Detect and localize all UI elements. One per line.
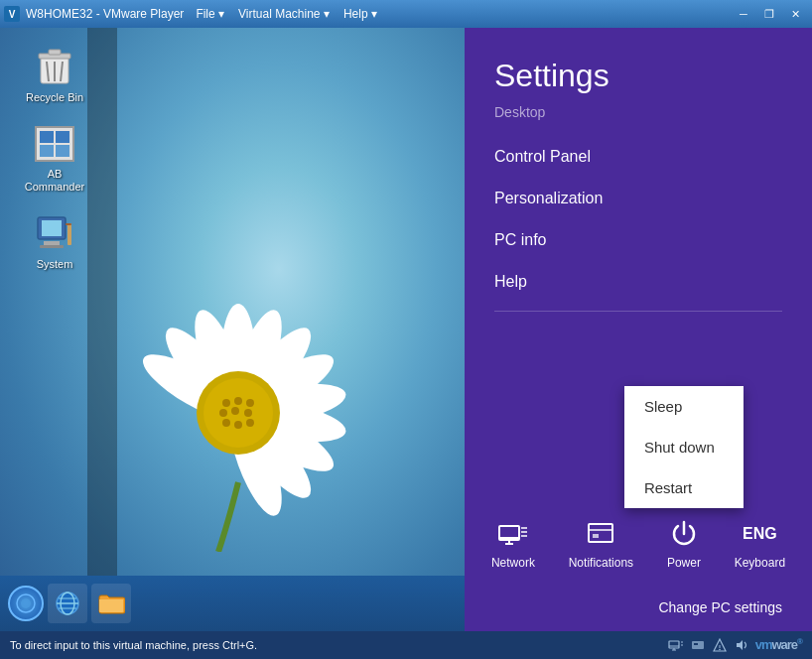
sleep-option[interactable]: Sleep: [624, 386, 744, 427]
keyboard-icon: ENG: [744, 518, 775, 550]
settings-pc-info[interactable]: PC info: [465, 219, 812, 261]
svg-rect-61: [694, 643, 698, 645]
charm-sidebar: [87, 28, 117, 631]
restore-button[interactable]: ❐: [756, 4, 782, 24]
desktop[interactable]: Recycle Bin ABCommander: [0, 28, 465, 631]
network-label: Network: [491, 556, 535, 570]
svg-rect-36: [66, 223, 71, 225]
title-bar: V W8HOME32 - VMware Player File ▾ Virtua…: [0, 0, 812, 28]
svg-rect-27: [49, 50, 61, 55]
network-icon-item[interactable]: Network: [479, 510, 547, 578]
svg-rect-32: [42, 220, 62, 236]
svg-point-19: [219, 409, 227, 417]
svg-rect-54: [669, 641, 679, 648]
svg-point-22: [222, 419, 230, 427]
change-pc-settings[interactable]: Change PC settings: [465, 584, 812, 631]
keyboard-lang-label: ENG: [743, 525, 777, 543]
settings-control-panel[interactable]: Control Panel: [465, 136, 812, 178]
power-label: Power: [667, 556, 701, 570]
svg-point-20: [231, 407, 239, 415]
desktop-icons-area: Recycle Bin ABCommander: [20, 48, 89, 271]
svg-point-18: [246, 399, 254, 407]
svg-rect-35: [68, 223, 71, 245]
tray-icon-2[interactable]: [688, 635, 708, 655]
menu-file[interactable]: File ▾: [190, 5, 230, 23]
svg-text:V: V: [9, 9, 16, 20]
notifications-icon-item[interactable]: Notifications: [557, 510, 645, 578]
keyboard-label: Keyboard: [735, 556, 785, 570]
vmware-logo: vmware®: [755, 637, 802, 652]
power-icon: [668, 518, 700, 550]
notifications-icon: [585, 518, 616, 550]
menu-virtual-machine[interactable]: Virtual Machine ▾: [232, 5, 336, 23]
settings-help[interactable]: Help: [465, 261, 812, 303]
close-button[interactable]: ✕: [782, 4, 808, 24]
tray-icon-3[interactable]: [710, 635, 730, 655]
window-title: W8HOME32 - VMware Player: [26, 7, 184, 21]
menu-bar: File ▾ Virtual Machine ▾ Help ▾: [190, 5, 383, 23]
notifications-label: Notifications: [569, 556, 633, 570]
menu-help[interactable]: Help ▾: [338, 5, 383, 23]
recycle-bin-label: Recycle Bin: [26, 91, 83, 104]
taskbar-ie-button[interactable]: [48, 584, 87, 623]
system-icon[interactable]: System: [20, 214, 89, 271]
shutdown-option[interactable]: Shut down: [624, 427, 744, 467]
settings-section-label: Desktop: [465, 104, 812, 136]
app-icon: V: [4, 6, 20, 22]
svg-rect-53: [593, 534, 599, 538]
keyboard-icon-item[interactable]: ENG Keyboard: [723, 510, 797, 578]
svg-rect-51: [589, 524, 612, 542]
status-bar: To direct input to this virtual machine,…: [0, 631, 812, 659]
settings-bottom-icons: Network Notifications: [465, 490, 812, 584]
settings-panel: Settings Desktop Control Panel Personali…: [465, 28, 812, 631]
network-icon: [497, 518, 529, 550]
window-controls: ─ ❐ ✕: [731, 4, 808, 24]
settings-title: Settings: [465, 28, 812, 104]
svg-rect-33: [44, 241, 60, 245]
start-button[interactable]: [8, 586, 44, 621]
wallpaper-flower: [99, 234, 377, 552]
minimize-button[interactable]: ─: [731, 4, 756, 24]
taskbar: [0, 576, 465, 631]
recycle-bin-icon[interactable]: Recycle Bin: [20, 48, 89, 104]
svg-point-17: [234, 397, 242, 405]
svg-point-64: [719, 649, 721, 651]
restart-option[interactable]: Restart: [624, 467, 744, 508]
svg-point-16: [222, 399, 230, 407]
svg-point-23: [234, 421, 242, 429]
main-area: Recycle Bin ABCommander: [0, 28, 812, 631]
settings-personalization[interactable]: Personalization: [465, 178, 812, 219]
tray-sound-icon[interactable]: [732, 635, 751, 655]
svg-point-24: [246, 419, 254, 427]
status-hint: To direct input to this virtual machine,…: [10, 639, 257, 651]
svg-rect-34: [40, 245, 64, 248]
taskbar-folder-button[interactable]: [91, 584, 131, 623]
power-icon-item[interactable]: Power Sleep Shut down Restart: [655, 510, 713, 578]
svg-point-38: [21, 598, 31, 608]
ab-commander-icon[interactable]: ABCommander: [20, 124, 89, 194]
system-label: System: [37, 258, 73, 271]
notification-icons: [666, 635, 751, 655]
ab-commander-label: ABCommander: [25, 168, 85, 194]
settings-divider: [494, 311, 782, 312]
power-menu: Sleep Shut down Restart: [624, 386, 744, 508]
status-right-area: vmware®: [666, 635, 802, 655]
tray-network-icon[interactable]: [666, 635, 686, 655]
svg-point-21: [244, 409, 252, 417]
